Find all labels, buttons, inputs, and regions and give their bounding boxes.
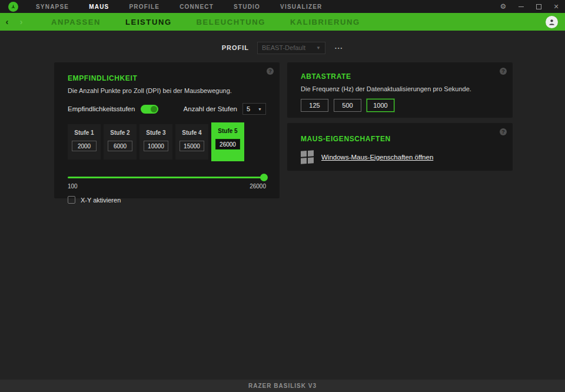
tab-connect[interactable]: CONNECT — [170, 0, 224, 13]
stages-toggle-label: Empfindlichkeitsstufen — [68, 105, 135, 112]
info-icon[interactable]: ? — [500, 68, 507, 75]
sensitivity-title: EMPFINDLICHKEIT — [68, 74, 266, 82]
profile-dropdown[interactable]: BEAST-Default ▼ — [257, 42, 325, 54]
stage-label: Stufe 5 — [218, 128, 237, 134]
polling-rate-panel: ? ABTASTRATE Die Frequenz (Hz) der Daten… — [287, 62, 513, 118]
dpi-slider[interactable] — [68, 174, 266, 181]
tab-profile[interactable]: PROFILE — [119, 0, 170, 13]
stage-count-value: 5 — [247, 105, 250, 112]
slider-max-label: 26000 — [250, 183, 266, 190]
footer-bar: RAZER BASILISK V3 — [0, 380, 565, 392]
xy-checkbox-label: X-Y aktivieren — [81, 197, 121, 204]
sensitivity-controls-row: Empfindlichkeitsstufen Anzahl der Stufen… — [68, 103, 266, 115]
forward-chevron-icon[interactable]: › — [14, 13, 28, 31]
stage-dpi-input[interactable] — [215, 139, 240, 150]
mouse-properties-row: Windows-Maus-Eigenschaften öffnen — [301, 151, 499, 164]
dpi-stages: Stufe 1 Stufe 2 Stufe 3 Stufe 4 Stufe 5 — [68, 122, 266, 161]
stage-dpi-input[interactable] — [180, 141, 204, 151]
profile-more-button[interactable]: ••• — [335, 45, 343, 51]
tab-maus[interactable]: MAUS — [79, 0, 119, 13]
app-tabs: SYNAPSE MAUS PROFILE CONNECT STUDIO VISU… — [26, 0, 332, 13]
info-icon[interactable]: ? — [500, 128, 507, 135]
mouse-properties-title: MAUS-EIGENSCHAFTEN — [301, 135, 499, 143]
subtab-beleuchtung[interactable]: BELEUCHTUNG — [184, 13, 278, 31]
stage-tile-3[interactable]: Stufe 3 — [139, 124, 172, 160]
slider-track — [68, 177, 266, 178]
maximize-icon[interactable] — [530, 0, 547, 13]
stages-toggle[interactable] — [141, 105, 158, 114]
slider-handle[interactable] — [260, 174, 268, 181]
profile-label: PROFIL — [222, 44, 249, 51]
stage-tile-2[interactable]: Stufe 2 — [104, 124, 137, 160]
stage-tile-4[interactable]: Stufe 4 — [175, 124, 208, 160]
profile-dropdown-value: BEAST-Default — [262, 44, 305, 51]
windows-icon — [301, 150, 314, 164]
sensitivity-panel: ? EMPFINDLICHKEIT Die Anzahl Punkte pro … — [54, 62, 280, 198]
gear-glyph: ⚙ — [500, 3, 507, 10]
stage-tile-5-selected[interactable]: Stufe 5 — [211, 122, 244, 161]
subtab-kalibrierung[interactable]: KALIBRIERUNG — [278, 13, 373, 31]
toggle-knob — [151, 106, 157, 112]
polling-option-125[interactable]: 125 — [301, 99, 328, 112]
window-controls: ⚙ ✕ — [494, 0, 565, 13]
subnav-tabs: ANPASSEN LEISTUNG BELEUCHTUNG KALIBRIERU… — [39, 13, 373, 31]
stage-label: Stufe 2 — [110, 129, 129, 136]
sensitivity-description: Die Anzahl Punkte pro Zoll (DPI) bei der… — [68, 87, 266, 94]
settings-gear-icon[interactable]: ⚙ — [494, 0, 512, 13]
device-subnav: ‹ › ANPASSEN LEISTUNG BELEUCHTUNG KALIBR… — [0, 13, 565, 31]
subtab-leistung[interactable]: LEISTUNG — [113, 13, 184, 31]
device-name: RAZER BASILISK V3 — [248, 383, 317, 389]
subtab-anpassen[interactable]: ANPASSEN — [39, 13, 113, 31]
stage-tile-1[interactable]: Stufe 1 — [68, 124, 101, 160]
stage-count-dropdown[interactable]: 5 ▼ — [242, 103, 266, 115]
tab-visualizer[interactable]: VISUALIZER — [270, 0, 332, 13]
windows-mouse-properties-link[interactable]: Windows-Maus-Eigenschaften öffnen — [321, 154, 433, 161]
stage-count-label: Anzahl der Stufen — [184, 105, 237, 112]
polling-options: 125 500 1000 — [301, 99, 499, 112]
profile-row: PROFIL BEAST-Default ▼ ••• — [0, 40, 565, 55]
tab-synapse[interactable]: SYNAPSE — [26, 0, 79, 13]
stage-label: Stufe 3 — [146, 129, 165, 136]
xy-checkbox-row: X-Y aktivieren — [68, 196, 266, 204]
mouse-properties-panel: ? MAUS-EIGENSCHAFTEN Windows-Maus-Eigens… — [287, 123, 513, 171]
polling-option-1000-selected[interactable]: 1000 — [367, 99, 394, 112]
stage-dpi-input[interactable] — [108, 141, 132, 151]
minimize-glyph — [519, 6, 524, 7]
stage-dpi-input[interactable] — [144, 141, 168, 151]
stage-label: Stufe 4 — [182, 129, 201, 136]
titlebar: SYNAPSE MAUS PROFILE CONNECT STUDIO VISU… — [0, 0, 565, 13]
stage-label: Stufe 1 — [74, 129, 94, 136]
chevron-down-icon: ▼ — [316, 45, 321, 51]
polling-title: ABTASTRATE — [301, 72, 499, 81]
user-icon — [548, 18, 556, 26]
avatar[interactable] — [546, 16, 558, 28]
back-chevron-icon[interactable]: ‹ — [0, 13, 14, 31]
info-icon[interactable]: ? — [267, 68, 274, 75]
xy-checkbox[interactable] — [68, 196, 75, 204]
stage-dpi-input[interactable] — [72, 141, 97, 151]
polling-option-500[interactable]: 500 — [334, 99, 361, 112]
stage-count-group: Anzahl der Stufen 5 ▼ — [184, 103, 266, 115]
maximize-glyph — [536, 4, 541, 9]
minimize-icon[interactable] — [512, 0, 530, 13]
razer-logo-wrap[interactable] — [0, 2, 26, 12]
chevron-down-icon: ▼ — [258, 107, 262, 111]
polling-description: Die Frequenz (Hz) der Datenaktualisierun… — [301, 85, 499, 92]
close-icon[interactable]: ✕ — [547, 0, 565, 13]
razer-logo-icon — [8, 2, 18, 12]
slider-labels: 100 26000 — [68, 183, 266, 190]
slider-min-label: 100 — [68, 183, 78, 190]
tab-studio[interactable]: STUDIO — [224, 0, 270, 13]
